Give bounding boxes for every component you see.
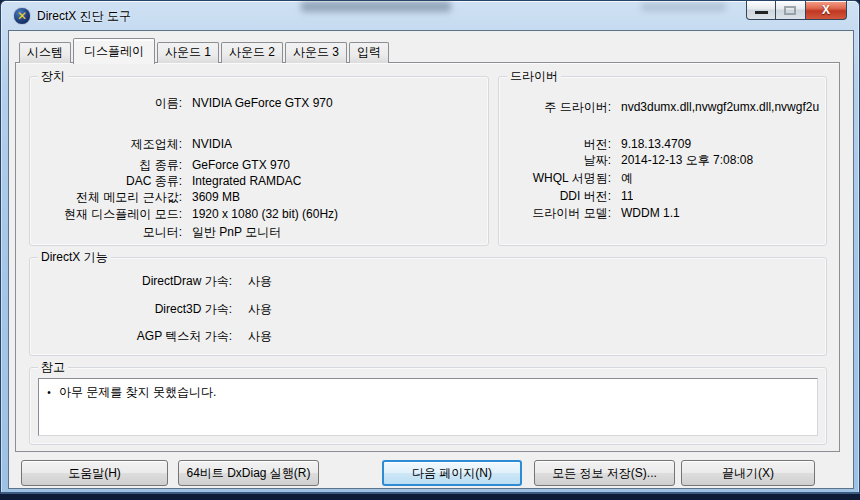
driver-row-model: 드라이버 모델: WDDM 1.1 bbox=[507, 205, 820, 221]
field-value: GeForce GTX 970 bbox=[192, 157, 290, 173]
field-value: 11 bbox=[621, 188, 633, 204]
field-value: 사용 bbox=[248, 328, 272, 344]
notes-group-title: 참고 bbox=[38, 360, 68, 375]
desktop-background-strip bbox=[0, 494, 860, 500]
minimize-icon bbox=[755, 11, 768, 14]
field-value: 9.18.13.4709 bbox=[621, 136, 691, 152]
help-button[interactable]: 도움말(H) bbox=[21, 460, 168, 486]
save-all-information-button[interactable]: 모든 정보 저장(S)... bbox=[534, 460, 675, 486]
device-row-dac-type: DAC 종류: Integrated RAMDAC bbox=[38, 173, 482, 189]
notes-groupbox: 참고 • 아무 문제를 찾지 못했습니다. bbox=[29, 367, 827, 445]
field-label: 현재 디스플레이 모드: bbox=[38, 206, 182, 222]
field-label: Direct3D 가속: bbox=[38, 301, 232, 317]
tab-sound3[interactable]: 사운드 3 bbox=[285, 42, 347, 63]
close-icon: X bbox=[806, 3, 846, 17]
field-value: 사용 bbox=[248, 273, 272, 289]
field-label: 드라이버 모델: bbox=[507, 205, 611, 221]
titlebar[interactable]: DirectX 진단 도구 X bbox=[1, 1, 859, 30]
close-button[interactable]: X bbox=[805, 1, 847, 20]
maximize-icon bbox=[784, 6, 796, 15]
field-label: DirectDraw 가속: bbox=[38, 273, 232, 289]
device-group-title: 장치 bbox=[38, 69, 68, 84]
driver-groupbox: 드라이버 주 드라이버: nvd3dumx.dll,nvwgf2umx.dll,… bbox=[498, 76, 827, 246]
field-label: DAC 종류: bbox=[38, 173, 182, 189]
field-value: 예 bbox=[621, 170, 633, 186]
display-tab-panel: 장치 이름: NVIDIA GeForce GTX 970 제조업체: NVID… bbox=[15, 62, 840, 452]
tab-display[interactable]: 디스플레이 bbox=[73, 38, 155, 64]
bullet-icon: • bbox=[39, 385, 59, 400]
tab-sound1[interactable]: 사운드 1 bbox=[157, 42, 219, 63]
directx-features-groupbox: DirectX 기능 DirectDraw 가속: 사용 Direct3D 가속… bbox=[29, 257, 827, 356]
feature-row-directdraw: DirectDraw 가속: 사용 bbox=[38, 273, 820, 289]
window-title: DirectX 진단 도구 bbox=[37, 8, 131, 24]
device-row-name: 이름: NVIDIA GeForce GTX 970 bbox=[38, 95, 482, 111]
note-text: 아무 문제를 찾지 못했습니다. bbox=[59, 385, 216, 400]
dxdiag-window: DirectX 진단 도구 X 시스템 디스플레이 사운드 1 사운드 2 사운… bbox=[0, 0, 860, 494]
maximize-button[interactable] bbox=[776, 1, 805, 20]
device-row-manufacturer: 제조업체: NVIDIA bbox=[38, 136, 482, 152]
features-group-title: DirectX 기능 bbox=[38, 250, 111, 265]
feature-row-agp: AGP 텍스처 가속: 사용 bbox=[38, 328, 820, 344]
field-value: NVIDIA bbox=[192, 136, 232, 152]
driver-row-main-driver: 주 드라이버: nvd3dumx.dll,nvwgf2umx.dll,nvwgf… bbox=[507, 99, 820, 115]
driver-row-version: 버전: 9.18.13.4709 bbox=[507, 136, 820, 152]
note-item: • 아무 문제를 찾지 못했습니다. bbox=[39, 385, 817, 400]
device-row-memory: 전체 메모리 근사값: 3609 MB bbox=[38, 189, 482, 205]
driver-group-title: 드라이버 bbox=[507, 69, 561, 84]
field-label: WHQL 서명됨: bbox=[507, 170, 611, 186]
field-value: 사용 bbox=[248, 301, 272, 317]
dxdiag-app-icon bbox=[14, 8, 30, 24]
field-label: 제조업체: bbox=[38, 136, 182, 152]
exit-button[interactable]: 끝내기(X) bbox=[681, 460, 815, 486]
notes-textbox[interactable]: • 아무 문제를 찾지 못했습니다. bbox=[38, 378, 818, 436]
device-groupbox: 장치 이름: NVIDIA GeForce GTX 970 제조업체: NVID… bbox=[29, 76, 489, 246]
field-value: Integrated RAMDAC bbox=[192, 173, 301, 189]
field-value: 1920 x 1080 (32 bit) (60Hz) bbox=[192, 206, 338, 222]
next-page-button[interactable]: 다음 페이지(N) bbox=[382, 460, 522, 486]
field-label: 주 드라이버: bbox=[507, 99, 611, 115]
field-value: 2014-12-13 오후 7:08:08 bbox=[621, 152, 753, 168]
field-label: 모니터: bbox=[38, 224, 182, 240]
driver-row-whql: WHQL 서명됨: 예 bbox=[507, 170, 820, 186]
device-row-display-mode: 현재 디스플레이 모드: 1920 x 1080 (32 bit) (60Hz) bbox=[38, 206, 482, 222]
tab-system[interactable]: 시스템 bbox=[19, 42, 71, 63]
device-row-monitor: 모니터: 일반 PnP 모니터 bbox=[38, 224, 482, 240]
minimize-button[interactable] bbox=[746, 1, 776, 20]
field-label: 이름: bbox=[38, 95, 182, 111]
field-label: 칩 종류: bbox=[38, 157, 182, 173]
field-label: 날짜: bbox=[507, 152, 611, 168]
tab-strip: 시스템 디스플레이 사운드 1 사운드 2 사운드 3 입력 bbox=[19, 36, 391, 63]
driver-row-date: 날짜: 2014-12-13 오후 7:08:08 bbox=[507, 152, 820, 168]
run-64bit-dxdiag-button[interactable]: 64비트 DxDiag 실행(R) bbox=[178, 460, 319, 486]
driver-row-ddi: DDI 버전: 11 bbox=[507, 188, 820, 204]
field-label: DDI 버전: bbox=[507, 188, 611, 204]
field-value: nvd3dumx.dll,nvwgf2umx.dll,nvwgf2u bbox=[621, 99, 819, 115]
device-row-chip-type: 칩 종류: GeForce GTX 970 bbox=[38, 157, 482, 173]
tab-input[interactable]: 입력 bbox=[349, 42, 389, 63]
field-label: 전체 메모리 근사값: bbox=[38, 189, 182, 205]
tab-sound2[interactable]: 사운드 2 bbox=[221, 42, 283, 63]
client-area: 시스템 디스플레이 사운드 1 사운드 2 사운드 3 입력 장치 이름: NV… bbox=[8, 30, 854, 489]
field-label: 버전: bbox=[507, 136, 611, 152]
feature-row-direct3d: Direct3D 가속: 사용 bbox=[38, 301, 820, 317]
field-label: AGP 텍스처 가속: bbox=[38, 328, 232, 344]
field-value: 일반 PnP 모니터 bbox=[192, 224, 281, 240]
field-value: WDDM 1.1 bbox=[621, 205, 680, 221]
field-value: NVIDIA GeForce GTX 970 bbox=[192, 95, 333, 111]
caption-buttons: X bbox=[746, 1, 847, 20]
field-value: 3609 MB bbox=[192, 189, 240, 205]
